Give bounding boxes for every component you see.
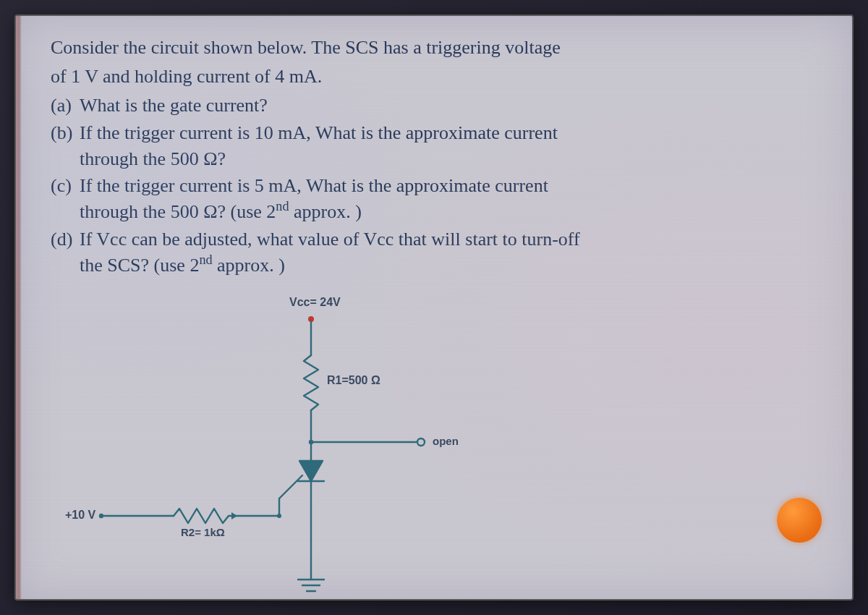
part-a-label: (a) — [51, 93, 80, 119]
part-b-body: If the trigger current is 10 mA, What is… — [80, 120, 817, 172]
part-d-line2-pre: the SCS? (use 2 — [80, 255, 199, 276]
part-c: (c) If the trigger current is 5 mA, What… — [51, 173, 817, 225]
part-d-line1: If Vcc can be adjusted, what value of Vc… — [80, 229, 580, 250]
r1-label: R1=500 Ω — [327, 374, 380, 387]
part-c-line2-pre: through the 500 Ω? (use 2 — [80, 201, 276, 222]
intro-line-2: of 1 V and holding current of 4 mA. — [51, 64, 817, 90]
page-frame: Consider the circuit shown below. The SC… — [14, 14, 854, 601]
part-c-label: (c) — [51, 173, 80, 225]
part-b-line2: through the 500 Ω? — [80, 148, 226, 169]
part-d-body: If Vcc can be adjusted, what value of Vc… — [80, 226, 817, 279]
part-a: (a) What is the gate current? — [51, 93, 817, 119]
cursor-indicator-icon — [777, 498, 822, 543]
part-b: (b) If the trigger current is 10 mA, Wha… — [51, 120, 817, 172]
part-b-line1: If the trigger current is 10 mA, What is… — [80, 122, 558, 143]
vcc-label: Vcc= 24V — [289, 296, 341, 309]
svg-point-11 — [99, 514, 103, 518]
svg-marker-5 — [299, 461, 323, 481]
part-d-sup: nd — [199, 253, 212, 267]
svg-point-4 — [417, 438, 425, 446]
part-c-line1: If the trigger current is 5 mA, What is … — [80, 175, 548, 196]
intro-line-1: Consider the circuit shown below. The SC… — [51, 35, 817, 61]
svg-marker-14 — [231, 512, 237, 519]
svg-point-0 — [308, 316, 314, 322]
circuit-diagram: Vcc= 24V R1=500 Ω open +10 V R2= 1kΩ — [72, 299, 579, 601]
anode-gate-open-label: open — [433, 435, 459, 447]
circuit-svg — [72, 299, 579, 601]
left-page-edge — [16, 16, 22, 599]
part-c-body: If the trigger current is 5 mA, What is … — [80, 173, 817, 225]
part-b-label: (b) — [51, 120, 80, 172]
part-d-label: (d) — [51, 226, 80, 279]
part-a-text: What is the gate current? — [80, 93, 817, 119]
part-c-sup: nd — [276, 200, 289, 214]
vin-label: +10 V — [65, 509, 95, 522]
part-d-line2-post: approx. ) — [213, 255, 285, 276]
svg-line-8 — [279, 475, 302, 499]
part-c-line2-post: approx. ) — [289, 201, 362, 222]
r2-label: R2= 1kΩ — [181, 526, 225, 538]
part-d: (d) If Vcc can be adjusted, what value o… — [51, 226, 817, 279]
problem-text: Consider the circuit shown below. The SC… — [51, 35, 817, 279]
